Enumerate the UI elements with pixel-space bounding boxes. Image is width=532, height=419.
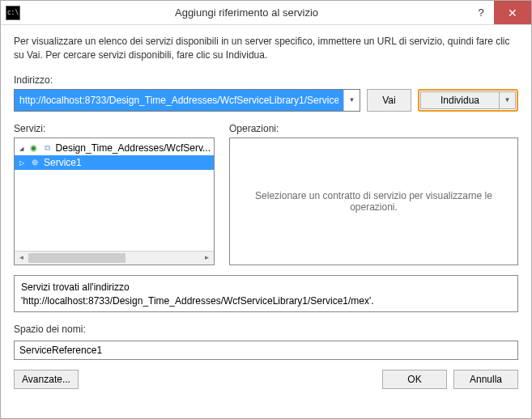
scroll-thumb[interactable] bbox=[28, 253, 126, 263]
address-input[interactable] bbox=[15, 90, 343, 111]
window-title: Aggiungi riferimento al servizio bbox=[25, 6, 468, 19]
services-label: Servizi: bbox=[14, 123, 215, 134]
operations-label: Operazioni: bbox=[229, 123, 518, 134]
horizontal-scrollbar[interactable]: ◄ ► bbox=[15, 251, 214, 265]
description-text: Per visualizzare un elenco dei servizi d… bbox=[14, 35, 518, 63]
tree-item-label: Design_Time_Addresses/WcfServ... bbox=[56, 142, 211, 154]
expand-icon[interactable] bbox=[18, 144, 25, 152]
address-dropdown-icon[interactable]: ▼ bbox=[343, 90, 360, 111]
address-combobox[interactable]: ▼ bbox=[14, 89, 360, 112]
status-line-1: Servizi trovati all'indirizzo bbox=[21, 281, 511, 294]
ok-button[interactable]: OK bbox=[382, 370, 447, 389]
titlebar: c:\ Aggiungi riferimento al servizio ? ✕ bbox=[1, 1, 531, 25]
tree-item-root[interactable]: ◉ ⧉ Design_Time_Addresses/WcfServ... bbox=[18, 141, 211, 155]
services-tree[interactable]: ◉ ⧉ Design_Time_Addresses/WcfServ... ⊕ S… bbox=[14, 138, 215, 265]
service-group-icon: ⧉ bbox=[42, 143, 53, 153]
play-icon: ◉ bbox=[28, 143, 39, 153]
tree-item-label: Service1 bbox=[44, 157, 82, 168]
scroll-right-icon[interactable]: ► bbox=[200, 252, 214, 265]
discover-dropdown-icon[interactable]: ▼ bbox=[499, 92, 515, 108]
advanced-button[interactable]: Avanzate... bbox=[14, 370, 79, 389]
help-button[interactable]: ? bbox=[468, 1, 494, 24]
address-label: Indirizzo: bbox=[14, 74, 518, 86]
scroll-track[interactable] bbox=[28, 252, 200, 265]
service-icon: ⊕ bbox=[29, 158, 40, 167]
expand-icon[interactable] bbox=[18, 159, 26, 167]
app-icon: c:\ bbox=[6, 6, 20, 20]
cancel-button[interactable]: Annulla bbox=[453, 370, 518, 389]
namespace-label: Spazio dei nomi: bbox=[14, 324, 518, 335]
operations-placeholder: Selezionare un contratto di servizio per… bbox=[243, 190, 504, 213]
scroll-left-icon[interactable]: ◄ bbox=[15, 252, 28, 265]
status-line-2: 'http://localhost:8733/Design_Time_Addre… bbox=[21, 294, 511, 308]
close-button[interactable]: ✕ bbox=[494, 1, 531, 24]
namespace-input[interactable] bbox=[14, 341, 518, 360]
discover-button[interactable]: Individua bbox=[421, 92, 499, 108]
operations-list: Selezionare un contratto di servizio per… bbox=[229, 138, 518, 265]
discover-highlight: Individua ▼ bbox=[418, 89, 518, 112]
status-box: Servizi trovati all'indirizzo 'http://lo… bbox=[14, 275, 518, 312]
go-button[interactable]: Vai bbox=[367, 89, 411, 112]
tree-item-service1[interactable]: ⊕ Service1 bbox=[15, 155, 214, 170]
